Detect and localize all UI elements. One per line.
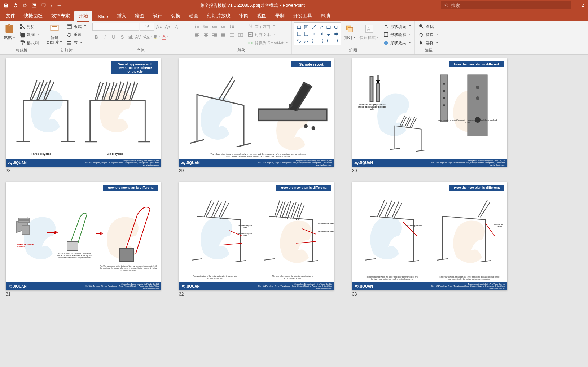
tab-design[interactable]: 设计 bbox=[149, 11, 167, 21]
scissors-icon bbox=[19, 23, 25, 29]
italic-button[interactable]: I bbox=[101, 33, 109, 41]
char-spacing-button[interactable]: AV bbox=[136, 33, 144, 41]
layout-button[interactable]: 版式 bbox=[65, 22, 88, 30]
underline-button[interactable]: U bbox=[110, 33, 118, 41]
tab-home[interactable]: 开始 bbox=[74, 11, 92, 21]
svg-rect-3 bbox=[67, 25, 71, 26]
svg-rect-29 bbox=[240, 25, 243, 25]
cut-button[interactable]: 剪切 bbox=[18, 22, 41, 30]
tab-view[interactable]: 视图 bbox=[253, 11, 271, 21]
present-button[interactable] bbox=[40, 2, 47, 9]
strikethrough-button[interactable]: ab bbox=[127, 33, 135, 41]
format-painter-button[interactable]: 格式刷 bbox=[18, 39, 41, 47]
tab-animations[interactable]: 动画 bbox=[185, 11, 203, 21]
replace-button[interactable]: 替换 bbox=[417, 31, 440, 39]
change-case-button[interactable]: Aa bbox=[144, 33, 152, 41]
paste-button[interactable]: 粘贴 bbox=[2, 22, 17, 41]
svg-rect-47 bbox=[230, 35, 234, 35]
svg-rect-41 bbox=[214, 36, 217, 36]
bucket-icon bbox=[383, 23, 389, 29]
save-button[interactable] bbox=[3, 2, 9, 9]
svg-rect-31 bbox=[195, 34, 198, 35]
justify-button[interactable] bbox=[219, 31, 227, 39]
copy-button[interactable]: 复制 bbox=[18, 31, 41, 39]
undo-button[interactable] bbox=[12, 2, 19, 9]
svg-rect-40 bbox=[212, 35, 217, 36]
increase-font-button[interactable]: A▲ bbox=[155, 23, 163, 31]
tab-record[interactable]: 录制 bbox=[271, 11, 289, 21]
search-box[interactable]: 搜索 bbox=[441, 1, 571, 9]
qat-more-icon[interactable]: ▾ bbox=[51, 4, 52, 8]
svg-rect-60 bbox=[348, 28, 353, 32]
decrease-indent-button[interactable] bbox=[211, 22, 219, 30]
section-button[interactable]: 节 bbox=[65, 39, 88, 47]
align-left-button[interactable] bbox=[193, 31, 201, 39]
highlight-button[interactable] bbox=[153, 33, 161, 41]
slideshow-from-beginning-button[interactable] bbox=[31, 2, 38, 9]
svg-rect-19 bbox=[205, 27, 208, 28]
svg-rect-6 bbox=[67, 44, 71, 45]
distribute-button[interactable] bbox=[228, 31, 236, 39]
align-center-button[interactable] bbox=[202, 31, 210, 39]
columns-button[interactable] bbox=[237, 22, 245, 30]
quick-styles-icon: A bbox=[364, 23, 375, 35]
increase-indent-button[interactable] bbox=[219, 22, 227, 30]
font-size-combo[interactable] bbox=[140, 23, 154, 31]
tab-help[interactable]: 帮助 bbox=[316, 11, 334, 21]
shape-effects-button[interactable]: 形状效果 bbox=[382, 39, 412, 47]
tab-review[interactable]: 审阅 bbox=[235, 11, 253, 21]
svg-rect-55 bbox=[297, 26, 301, 28]
tab-quick-panel[interactable]: 快捷面板 bbox=[19, 11, 47, 21]
decrease-font-button[interactable]: A▼ bbox=[164, 23, 172, 31]
section-icon bbox=[66, 40, 72, 46]
qat-customize-icon[interactable]: ⇁ bbox=[57, 3, 61, 8]
window-title: 集全报告模版 V1.0 220806.ppt[兼容模式] - PowerPoin… bbox=[64, 3, 441, 9]
columns-2-button[interactable] bbox=[237, 31, 245, 39]
shadow-button[interactable]: S bbox=[118, 33, 126, 41]
align-text-button[interactable]: 对齐文本 bbox=[246, 31, 289, 39]
convert-smartart-button[interactable]: 转换为 SmartArt bbox=[246, 39, 289, 47]
tab-devtools[interactable]: 开发工具 bbox=[289, 11, 316, 21]
group-slides-label: 幻灯片 bbox=[45, 47, 88, 54]
copy-icon bbox=[19, 32, 25, 38]
redo-button[interactable] bbox=[22, 2, 28, 9]
svg-point-8 bbox=[195, 25, 196, 26]
tab-insert[interactable]: 插入 bbox=[113, 11, 131, 21]
svg-rect-44 bbox=[221, 35, 225, 36]
font-name-combo[interactable] bbox=[92, 23, 139, 31]
numbering-button[interactable]: 123 bbox=[202, 22, 210, 30]
text-direction-button[interactable]: 文字方向 bbox=[246, 22, 289, 30]
svg-rect-30 bbox=[195, 33, 199, 34]
shape-fill-button[interactable]: 形状填充 bbox=[382, 22, 412, 30]
svg-rect-23 bbox=[221, 25, 225, 25]
shapes-gallery[interactable] bbox=[294, 22, 341, 45]
arrange-button[interactable]: 排列 bbox=[342, 22, 357, 41]
bullets-button[interactable] bbox=[193, 22, 201, 30]
highlight-icon bbox=[153, 34, 158, 40]
quick-styles-button[interactable]: A 快速样式 bbox=[358, 22, 380, 41]
svg-point-53 bbox=[248, 42, 250, 44]
tab-efficiency-expert[interactable]: 效率专家 bbox=[47, 11, 74, 21]
svg-point-58 bbox=[334, 26, 338, 28]
font-color-button[interactable]: A bbox=[162, 33, 170, 41]
bold-button[interactable]: B bbox=[92, 33, 100, 41]
svg-rect-37 bbox=[205, 36, 207, 36]
text-direction-icon bbox=[247, 23, 253, 29]
line-spacing-button[interactable] bbox=[228, 22, 236, 30]
find-button[interactable]: 查找 bbox=[417, 22, 440, 30]
account-short[interactable]: Z bbox=[578, 3, 588, 8]
tab-islide[interactable]: iSlide bbox=[92, 12, 113, 21]
tab-draw[interactable]: 绘图 bbox=[131, 11, 149, 21]
tab-transitions[interactable]: 切换 bbox=[167, 11, 185, 21]
tab-slideshow[interactable]: 幻灯片放映 bbox=[203, 11, 235, 21]
svg-rect-15 bbox=[205, 25, 208, 25]
group-editing-label: 编辑 bbox=[417, 47, 440, 54]
ribbon-tabs: 文件 快捷面板 效率专家 开始 iSlide 插入 绘图 设计 切换 动画 幻灯… bbox=[0, 11, 588, 21]
reset-button[interactable]: 重置 bbox=[65, 31, 88, 39]
align-right-button[interactable] bbox=[211, 31, 219, 39]
select-button[interactable]: 选择 bbox=[417, 39, 440, 47]
new-slide-button[interactable]: 新建 幻灯片 bbox=[45, 22, 63, 45]
clear-formatting-button[interactable]: A bbox=[172, 23, 180, 31]
shape-outline-button[interactable]: 形状轮廓 bbox=[382, 31, 412, 39]
tab-file[interactable]: 文件 bbox=[1, 11, 19, 21]
